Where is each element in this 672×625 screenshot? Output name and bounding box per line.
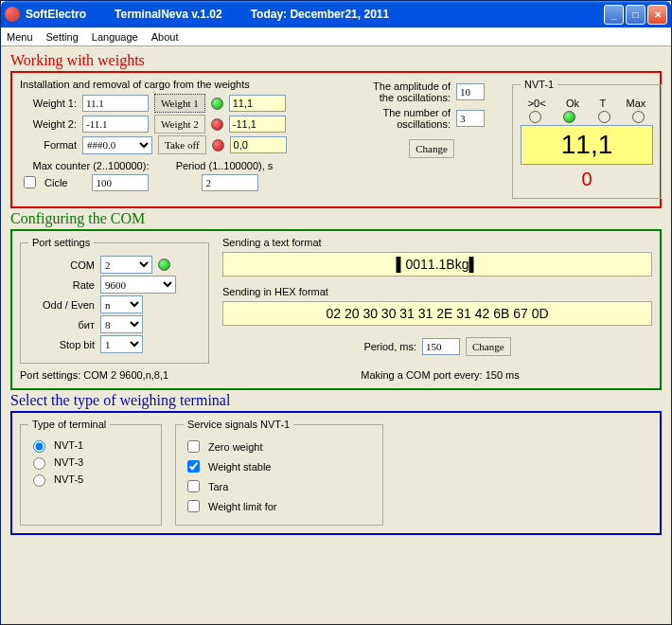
weight-display: 11,1 xyxy=(521,125,653,165)
nvt-dot-max-icon xyxy=(632,111,645,123)
change-osc-button[interactable]: Change xyxy=(409,139,454,158)
type-nvt5-radio[interactable] xyxy=(33,474,45,487)
section-term-title: Select the type of weighing terminal xyxy=(10,392,662,409)
type-legend: Type of terminal xyxy=(28,419,110,430)
svc-limit-label: Weight limit for xyxy=(208,501,277,512)
change-com-button[interactable]: Change xyxy=(466,337,511,356)
format-label: Format xyxy=(20,139,77,151)
takeoff-button[interactable]: Take off xyxy=(158,135,206,154)
type-nvt5-label: NVT-5 xyxy=(54,473,83,485)
weight1-dot-icon xyxy=(211,98,223,110)
weight2-label: Weight 2: xyxy=(20,118,77,130)
svc-limit-checkbox[interactable] xyxy=(187,500,200,512)
svc-legend: Service signals NVT-1 xyxy=(184,419,293,430)
weight1-output: 11,1 xyxy=(229,95,286,112)
maxcounter-input[interactable] xyxy=(92,174,149,191)
amplitude-input[interactable] xyxy=(456,83,485,100)
menubar: Menu Setting Language About xyxy=(1,27,671,46)
hex-format-box: 02 20 30 30 31 31 2E 31 42 6B 67 0D xyxy=(222,301,652,326)
menu-language[interactable]: Language xyxy=(92,31,138,43)
period-input[interactable] xyxy=(202,174,258,191)
nvt-dot-0-icon xyxy=(529,111,541,123)
com-label: COM xyxy=(28,259,95,271)
bit-label: бит xyxy=(28,319,95,330)
com-dot-icon xyxy=(158,259,170,271)
period-ms-label: Period, ms: xyxy=(363,341,416,352)
maximize-button[interactable]: □ xyxy=(626,5,645,25)
svc-tara-checkbox[interactable] xyxy=(187,480,200,492)
odd-label: Odd / Even xyxy=(28,299,95,311)
bit-select[interactable]: 8 xyxy=(100,315,143,333)
nvt-legend: NVT-1 xyxy=(521,79,557,90)
port-summary: Port settings: COM 2 9600,n,8,1 xyxy=(20,369,228,381)
cicle-checkbox[interactable] xyxy=(24,176,36,188)
weight2-output: -11,1 xyxy=(229,116,286,133)
portsettings-legend: Port settings xyxy=(28,237,94,248)
rate-select[interactable]: 9600 xyxy=(100,276,176,294)
minimize-button[interactable]: _ xyxy=(604,5,624,25)
svc-tara-label: Tara xyxy=(208,481,228,492)
weight2-input[interactable] xyxy=(82,116,149,133)
numosc-input[interactable] xyxy=(456,110,485,127)
menu-setting[interactable]: Setting xyxy=(46,31,79,43)
menu-menu[interactable]: Menu xyxy=(7,31,33,43)
format-output: 0,0 xyxy=(230,136,287,153)
weight2-button[interactable]: Weight 2 xyxy=(154,115,205,134)
close-button[interactable]: ✕ xyxy=(647,5,667,25)
svc-zero-checkbox[interactable] xyxy=(187,440,200,453)
app-window: SoftElectro TerminalNeva v.1.02 Today: D… xyxy=(0,0,672,625)
section-com-title: Configuring the COM xyxy=(10,210,662,227)
rate-label: Rate xyxy=(28,279,95,291)
com-box: Port settings COM2 Rate9600 Odd / Evenn … xyxy=(10,229,662,390)
term-box: Type of terminal NVT-1 NVT-3 NVT-5 Servi… xyxy=(10,411,662,535)
today-label: Today: December21, 2011 xyxy=(251,8,390,21)
txt-format-label: Sending a text format xyxy=(222,237,652,248)
make-port-label: Making a COM port every: 150 ms xyxy=(228,369,652,381)
amplitude-label: The amplitude of the oscillations: xyxy=(361,80,451,103)
stop-label: Stop bit xyxy=(28,339,95,350)
numosc-label: The number of oscillations: xyxy=(361,107,451,130)
nvt-dot-ok-icon xyxy=(563,111,575,123)
nvt-dot-t-icon xyxy=(598,111,610,123)
app-title: TerminalNeva v.1.02 xyxy=(115,8,222,21)
txt-format-box: ▌0011.1Bkg▌ xyxy=(222,252,652,277)
format-select[interactable]: ###0.0 xyxy=(82,136,152,154)
svc-stable-label: Weight stable xyxy=(208,461,271,473)
weight2-dot-icon xyxy=(211,118,223,131)
stop-select[interactable]: 1 xyxy=(100,335,143,353)
nvt-col-0: >0< xyxy=(528,98,546,109)
type-nvt3-radio[interactable] xyxy=(33,457,45,470)
menu-about[interactable]: About xyxy=(151,31,179,43)
nvt-col-1: Ok xyxy=(566,98,579,109)
nvt-col-2: T xyxy=(599,98,606,109)
section-weights-title: Working with weights xyxy=(10,52,662,69)
type-nvt1-label: NVT-1 xyxy=(54,439,83,451)
period-ms-input[interactable] xyxy=(422,338,460,355)
install-legend: Installation and removal of cargo from t… xyxy=(20,79,351,90)
hex-format-label: Sending in HEX format xyxy=(222,286,652,297)
app-icon xyxy=(5,7,20,22)
weights-box: Installation and removal of cargo from t… xyxy=(10,71,662,208)
cicle-label: Cicle xyxy=(44,177,67,188)
titlebar: SoftElectro TerminalNeva v.1.02 Today: D… xyxy=(1,1,671,27)
app-name: SoftElectro xyxy=(26,8,86,21)
type-nvt3-label: NVT-3 xyxy=(54,456,83,468)
maxcounter-label: Max counter (2..100000): xyxy=(20,160,162,171)
weight1-button[interactable]: Weight 1 xyxy=(154,94,205,113)
period-label: Period (1..100000), s xyxy=(168,160,281,171)
nvt-col-3: Max xyxy=(627,98,646,109)
com-select[interactable]: 2 xyxy=(100,256,152,274)
svc-zero-label: Zero weight xyxy=(208,441,262,453)
weight1-label: Weight 1: xyxy=(20,98,77,109)
weight1-input[interactable] xyxy=(82,95,149,112)
takeoff-dot-icon xyxy=(212,139,224,152)
odd-select[interactable]: n xyxy=(100,295,143,313)
zero-display: 0 xyxy=(521,169,653,190)
type-nvt1-radio[interactable] xyxy=(33,440,45,453)
svc-stable-checkbox[interactable] xyxy=(187,460,200,473)
